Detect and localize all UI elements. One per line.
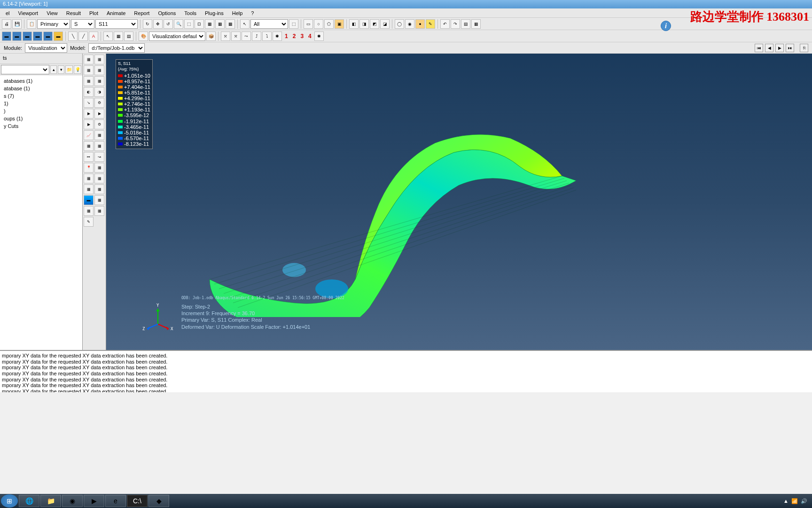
datum-3[interactable]: 3 bbox=[298, 33, 305, 40]
box-icon[interactable]: 📦 bbox=[206, 32, 216, 41]
csys1-icon[interactable]: ⤱ bbox=[221, 32, 230, 41]
tool-superimpose-icon[interactable]: ◑ bbox=[94, 87, 104, 97]
circle3-icon[interactable]: ● bbox=[415, 19, 425, 29]
tool-display2-icon[interactable]: ▦ bbox=[94, 174, 104, 183]
component-select[interactable]: S bbox=[71, 19, 94, 29]
poly-sel-icon[interactable]: ⬠ bbox=[324, 19, 334, 29]
tree-content[interactable]: atabases (1) atabase (1) s (7) 1) ) oups… bbox=[0, 75, 82, 350]
csys3-icon[interactable]: ⤳ bbox=[242, 32, 251, 41]
tree-tab[interactable]: ts bbox=[0, 54, 82, 64]
select-arrow-icon[interactable]: ↖ bbox=[240, 19, 250, 29]
tray-up-icon[interactable]: ▲ bbox=[783, 498, 789, 504]
tree-down-icon[interactable]: ▾ bbox=[58, 65, 64, 74]
datum-4[interactable]: 4 bbox=[306, 33, 313, 40]
vp3-icon[interactable]: ▬ bbox=[23, 32, 32, 41]
datum-1[interactable]: 1 bbox=[283, 33, 290, 40]
list-icon[interactable]: ▤ bbox=[124, 32, 133, 41]
tool-anim-options-icon[interactable]: ⚙ bbox=[94, 119, 104, 129]
module-select[interactable]: Visualization bbox=[25, 43, 67, 53]
task-app1-icon[interactable]: ◉ bbox=[62, 495, 83, 507]
start-button[interactable]: ⊞ bbox=[1, 494, 18, 508]
prev-frame-icon[interactable]: ◀ bbox=[765, 44, 773, 52]
cube2-icon[interactable]: ◨ bbox=[359, 19, 369, 29]
zoom-icon[interactable]: 🔍 bbox=[174, 19, 183, 29]
text-icon[interactable]: A bbox=[89, 32, 98, 41]
zoom-box-icon[interactable]: ⬚ bbox=[184, 19, 194, 29]
cursor-icon[interactable]: ↖ bbox=[103, 32, 113, 41]
vp5-icon[interactable]: ▬ bbox=[43, 32, 53, 41]
tool-anim-time-icon[interactable]: ▶ bbox=[94, 109, 104, 119]
menu-view[interactable]: View bbox=[43, 9, 62, 17]
line-icon[interactable]: ╲ bbox=[68, 32, 78, 41]
tree-filter[interactable] bbox=[1, 65, 49, 74]
tool-xy-plot-icon[interactable]: 📈 bbox=[84, 130, 94, 140]
message-area[interactable]: mporary XY data for the requested XY dat… bbox=[0, 350, 812, 392]
menu-options[interactable]: Options bbox=[154, 9, 180, 17]
tree-bulb-icon[interactable]: 💡 bbox=[74, 65, 81, 74]
tool-deformed-icon[interactable]: ▦ bbox=[94, 55, 104, 64]
tool-ply-icon[interactable]: ▦ bbox=[94, 76, 104, 86]
tool-anim-scale-icon[interactable]: ▶ bbox=[84, 109, 94, 119]
model-select[interactable]: d:/Temp/Job-1.odb bbox=[88, 43, 145, 53]
datum-2[interactable]: 2 bbox=[291, 33, 298, 40]
tree-item[interactable]: ) bbox=[2, 107, 80, 115]
circle1-icon[interactable]: ◯ bbox=[395, 19, 404, 29]
primary-select[interactable]: Primary bbox=[37, 19, 70, 29]
save-icon[interactable]: 💾 bbox=[12, 19, 22, 29]
grid2-icon[interactable]: ▦ bbox=[215, 19, 225, 29]
tool-stream2-icon[interactable]: ▦ bbox=[94, 195, 104, 205]
tree-item[interactable]: atabase (1) bbox=[2, 85, 80, 92]
rotate-icon[interactable]: ↻ bbox=[143, 19, 152, 29]
view-icon[interactable]: ▤ bbox=[461, 19, 470, 29]
tool-history-icon[interactable]: ↝ bbox=[94, 152, 104, 162]
tree-item[interactable]: oups (1) bbox=[2, 115, 80, 122]
tool-xy-manager-icon[interactable]: ▦ bbox=[94, 141, 104, 151]
cube3-icon[interactable]: ◩ bbox=[370, 19, 379, 29]
tree-up-icon[interactable]: ▴ bbox=[50, 65, 57, 74]
render-style-select[interactable]: Visualization defaults bbox=[149, 32, 205, 41]
selection-filter[interactable]: All bbox=[250, 19, 288, 29]
last-frame-icon[interactable]: ⏭ bbox=[786, 44, 794, 52]
task-cmd-icon[interactable]: C:\ bbox=[127, 495, 148, 507]
task-abaqus-icon[interactable]: ◆ bbox=[148, 495, 169, 507]
vp6-icon[interactable]: ▬ bbox=[54, 32, 63, 41]
csys-final-icon[interactable]: ✱ bbox=[314, 32, 324, 41]
highlight-icon[interactable]: ✎ bbox=[426, 19, 435, 29]
tool-options-icon[interactable]: ⚙ bbox=[94, 98, 104, 108]
viewport[interactable]: S, S11 (Avg: 75%) +1.051e-10+8.957e-11+7… bbox=[106, 54, 812, 350]
tree-item[interactable]: 1) bbox=[2, 100, 80, 107]
undo-icon[interactable]: ↶ bbox=[440, 19, 450, 29]
frame-sel-icon[interactable]: ⎘ bbox=[800, 44, 808, 52]
tool-view-cut2-icon[interactable]: ▦ bbox=[94, 184, 104, 194]
rotate2-icon[interactable]: ↺ bbox=[164, 19, 173, 29]
tool-symbol-icon[interactable]: ▦ bbox=[94, 65, 104, 75]
vp4-icon[interactable]: ▬ bbox=[33, 32, 42, 41]
system-tray[interactable]: ▲ 📶 🔊 bbox=[783, 498, 811, 504]
tool-xy-data-icon[interactable]: ▦ bbox=[84, 141, 94, 151]
tool-display-icon[interactable]: ▦ bbox=[84, 174, 94, 183]
table-icon[interactable]: ▦ bbox=[114, 32, 123, 41]
csys6-icon[interactable]: ✱ bbox=[273, 32, 282, 41]
menu-whatsthis[interactable]: ? bbox=[247, 9, 258, 17]
menu-result[interactable]: Result bbox=[62, 9, 85, 17]
cube4-icon[interactable]: ◪ bbox=[380, 19, 390, 29]
task-app2-icon[interactable]: ▶ bbox=[84, 495, 104, 507]
tool-odb-icon[interactable]: ▦ bbox=[84, 206, 94, 216]
menu-plugins[interactable]: Plug-ins bbox=[201, 9, 227, 17]
tool-anim-harmonic-icon[interactable]: ▶ bbox=[84, 119, 94, 129]
print-icon[interactable]: 🖨 bbox=[2, 19, 11, 29]
cube1-icon[interactable]: ◧ bbox=[349, 19, 359, 29]
layers-icon[interactable]: 📋 bbox=[27, 19, 36, 29]
tool-common-icon[interactable]: ◐ bbox=[84, 87, 94, 97]
tool-odb2-icon[interactable]: ▦ bbox=[94, 206, 104, 216]
tool-contour-icon[interactable]: ▦ bbox=[84, 65, 94, 75]
pan-icon[interactable]: ✥ bbox=[153, 19, 163, 29]
tool-stress-icon[interactable]: ▦ bbox=[94, 163, 104, 173]
line2-icon[interactable]: ╱ bbox=[78, 32, 88, 41]
menu-report[interactable]: Report bbox=[130, 9, 153, 17]
tool-probe-icon[interactable]: 📍 bbox=[84, 163, 94, 173]
menu-help[interactable]: Help bbox=[228, 9, 247, 17]
task-ie-icon[interactable]: e bbox=[105, 495, 126, 507]
tree-folder-icon[interactable]: 📁 bbox=[65, 65, 73, 74]
circle2-icon[interactable]: ◉ bbox=[405, 19, 414, 29]
